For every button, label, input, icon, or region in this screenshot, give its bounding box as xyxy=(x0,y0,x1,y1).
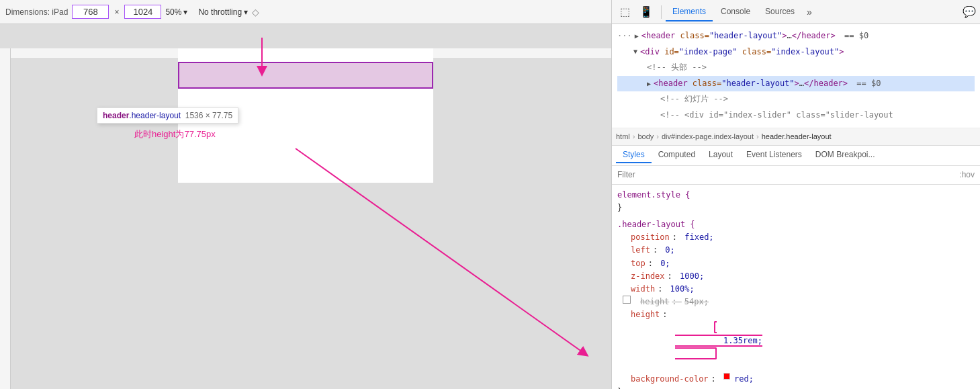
filter-bar: :hov xyxy=(612,166,980,185)
code-prop-height-strikethrough: height : 54px; xyxy=(617,296,975,308)
zoom-label: 50% xyxy=(165,7,181,17)
code-prop-top: top : 0; xyxy=(617,257,975,270)
device-toolbar-button[interactable]: 📱 xyxy=(635,3,657,21)
filter-hov-label[interactable]: :hov xyxy=(959,170,975,179)
code-prop-left: left : 0; xyxy=(617,244,975,257)
ruler-vertical xyxy=(0,48,11,389)
breadcrumb-div[interactable]: div#index-page.index-layout xyxy=(662,132,754,140)
throttle-chevron-icon: ▾ xyxy=(244,7,248,17)
tab-event-listeners[interactable]: Event Listeners xyxy=(740,147,809,163)
element-tooltip: header.header-layout 1536 × 77.75 xyxy=(97,107,238,124)
tab-styles[interactable]: Styles xyxy=(616,147,652,163)
code-prop-bgcolor: background-color : red; xyxy=(617,373,975,386)
zoom-button[interactable]: 50% ▾ xyxy=(165,7,187,17)
tooltip-tag: header xyxy=(103,111,129,120)
styles-sub-tabs: Styles Computed Layout Event Listeners D… xyxy=(612,146,980,166)
breadcrumb-html[interactable]: html xyxy=(616,132,630,140)
code-prop-height-highlighted: height : 1.35rem; xyxy=(617,308,975,373)
tab-layout[interactable]: Layout xyxy=(702,147,740,163)
throttle-button[interactable]: No throttling ▾ xyxy=(198,7,248,17)
tooltip-dims: 1536 × 77.75 xyxy=(185,111,232,120)
html-tree-line: <!-- 幻灯片 --> xyxy=(617,91,975,107)
breadcrumb-body[interactable]: body xyxy=(637,132,654,140)
code-prop-position: position : fixed; xyxy=(617,231,975,244)
code-element-style-close: } xyxy=(617,202,975,214)
html-tree-line: ▼ <div id="index-page" class="index-layo… xyxy=(617,44,975,60)
throttle-label: No throttling xyxy=(198,7,242,17)
tab-computed[interactable]: Computed xyxy=(652,147,702,163)
dimensions-label: Dimensions: iPad xyxy=(5,7,68,17)
highlight-box: 1.35rem; xyxy=(675,321,762,359)
dimension-separator: × xyxy=(114,7,119,17)
checkbox-empty[interactable] xyxy=(623,296,631,304)
html-tree-line: ··· ▶ <header class="header-layout">…</h… xyxy=(617,28,975,44)
element-highlight xyxy=(178,62,433,89)
code-header-layout-close: } xyxy=(617,386,975,389)
tooltip-class: .header-layout xyxy=(129,111,181,120)
inspect-element-button[interactable]: ⬚ xyxy=(616,3,634,21)
width-input[interactable] xyxy=(72,5,109,19)
html-tree-line: <!-- 头部 --> xyxy=(617,60,975,76)
tab-separator xyxy=(661,5,662,19)
code-area: element.style { } .header-layout { posit… xyxy=(612,185,980,389)
color-swatch-red[interactable] xyxy=(723,373,730,380)
tab-sources[interactable]: Sources xyxy=(758,3,801,21)
html-tree-line-highlighted: ▶ <header class="header-layout">…</heade… xyxy=(617,76,975,92)
devtools-panel: ⬚ 📱 Elements Console Sources » 💬 ··· ▶ <… xyxy=(611,0,980,389)
html-tree: ··· ▶ <header class="header-layout">…</h… xyxy=(612,24,980,128)
chat-icon-button[interactable]: 💬 xyxy=(963,5,976,18)
devtools-tab-bar: ⬚ 📱 Elements Console Sources » 💬 xyxy=(612,0,980,24)
html-tree-line: <!-- <div id="index-slider" class="slide… xyxy=(617,107,975,124)
code-prop-zindex: z-index : 1000; xyxy=(617,270,975,283)
height-input[interactable] xyxy=(124,5,161,19)
tab-dom-breakpoints[interactable]: DOM Breakpoi... xyxy=(809,147,882,163)
diamond-icon: ◇ xyxy=(252,7,259,17)
code-prop-width: width : 100%; xyxy=(617,283,975,296)
viewport: header.header-layout 1536 × 77.75 此时heig… xyxy=(0,24,611,389)
tab-more-button[interactable]: » xyxy=(803,4,816,20)
code-element-style-selector: element.style { xyxy=(617,189,975,202)
filter-input[interactable] xyxy=(617,170,959,179)
breadcrumb-header[interactable]: header.header-layout xyxy=(762,132,832,140)
code-header-layout-selector: .header-layout { xyxy=(617,218,975,231)
tab-console[interactable]: Console xyxy=(714,3,757,21)
tab-elements[interactable]: Elements xyxy=(666,3,713,21)
breadcrumb-bar: html › body › div#index-page.index-layou… xyxy=(612,128,980,146)
zoom-chevron-icon: ▾ xyxy=(183,7,187,17)
